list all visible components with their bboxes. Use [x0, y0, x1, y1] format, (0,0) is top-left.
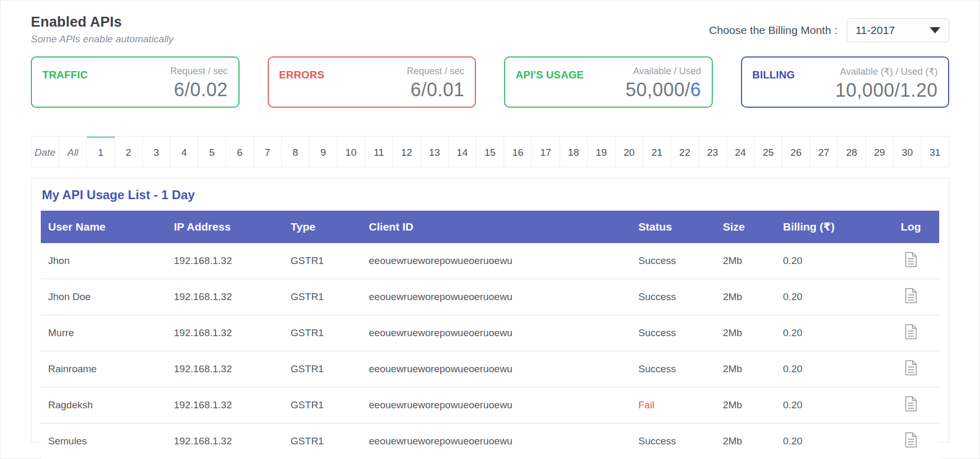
date-tab-13[interactable]: 13: [421, 136, 449, 167]
date-tab-16[interactable]: 16: [504, 136, 532, 167]
stat-card-value-part: 6: [690, 79, 701, 100]
date-tab-3[interactable]: 3: [143, 136, 170, 167]
title-block: Enabled APIs Some APIs enable automatica…: [31, 14, 174, 45]
stat-card-value: 6/0.02: [170, 79, 227, 101]
cell-user-name: Ragdeksh: [41, 387, 167, 423]
date-tab-24[interactable]: 24: [727, 136, 755, 167]
cell-user-name: Murre: [41, 315, 167, 351]
date-tab-11[interactable]: 11: [365, 136, 393, 167]
stat-card-value: 50,000/6: [625, 79, 701, 101]
cell-type: GSTR1: [283, 387, 361, 423]
date-tab-23[interactable]: 23: [699, 136, 727, 167]
date-tab-8[interactable]: 8: [282, 136, 310, 167]
cell-client-id: eeouewrueworepowueoeruoewu: [361, 351, 631, 387]
stat-card-title: TRAFFIC: [42, 69, 88, 99]
stat-card-unit: Request / sec: [407, 66, 464, 77]
cell-type: GSTR1: [283, 351, 361, 387]
stat-card-value-part: 50,000/: [625, 79, 690, 100]
billing-month-select[interactable]: 11-2017: [847, 18, 949, 42]
cell-size: 2Mb: [715, 387, 776, 423]
stat-card-readout: Available / Used50,000/6: [625, 65, 701, 99]
document-icon: [904, 324, 917, 340]
stat-card-traffic: TRAFFICRequest / sec6/0.02: [31, 56, 240, 108]
date-tab-6[interactable]: 6: [226, 136, 254, 167]
cell-client-id: eeouewrueworepowueoeruoewu: [361, 423, 631, 459]
date-tab-21[interactable]: 21: [643, 136, 671, 167]
cell-status: Fail: [631, 387, 715, 423]
column-header-status: Status: [631, 211, 715, 243]
date-tab-26[interactable]: 26: [782, 136, 810, 167]
log-icon[interactable]: [904, 324, 917, 340]
date-tab-10[interactable]: 10: [337, 136, 365, 167]
cell-type: GSTR1: [283, 279, 361, 315]
stat-card-readout: Available (₹) / Used (₹)10,000/1.20: [835, 65, 938, 99]
cell-size: 2Mb: [715, 423, 776, 459]
date-tab-22[interactable]: 22: [671, 136, 699, 167]
usage-list-heading: My API Usage List - 1 Day: [42, 188, 939, 202]
date-tab-15[interactable]: 15: [476, 136, 504, 167]
cell-user-name: Jhon: [41, 243, 167, 279]
log-icon[interactable]: [904, 251, 917, 268]
table-row: Murre192.168.1.32GSTR1eeouewrueworepowue…: [41, 315, 939, 351]
date-tab-18[interactable]: 18: [560, 136, 588, 167]
cell-billing: 0.20: [776, 387, 882, 423]
stat-card-value: 10,000/1.20: [835, 79, 938, 101]
date-tab-2[interactable]: 2: [115, 136, 143, 167]
date-tab-29[interactable]: 29: [866, 136, 894, 167]
cell-ip-address: 192.168.1.32: [167, 279, 283, 315]
date-tab-7[interactable]: 7: [254, 136, 282, 167]
date-tab-17[interactable]: 17: [532, 136, 560, 167]
cell-status: Success: [631, 243, 715, 279]
cell-client-id: eeouewrueworepowueoeruoewu: [361, 387, 631, 423]
cell-log: [883, 279, 939, 315]
date-tab-12[interactable]: 12: [393, 136, 420, 167]
log-icon[interactable]: [904, 360, 917, 376]
date-tab-4[interactable]: 4: [170, 136, 198, 167]
date-tab-30[interactable]: 30: [894, 136, 921, 167]
billing-month-value: 11-2017: [856, 24, 895, 37]
date-tab-31[interactable]: 31: [921, 136, 949, 167]
stat-card-unit: Request / sec: [170, 66, 227, 77]
date-tab-28[interactable]: 28: [838, 136, 865, 167]
log-icon[interactable]: [904, 396, 917, 412]
column-header-type: Type: [283, 211, 361, 243]
document-icon: [904, 360, 917, 376]
cell-type: GSTR1: [283, 243, 361, 279]
date-tab-9[interactable]: 9: [310, 136, 337, 167]
date-tab-5[interactable]: 5: [198, 136, 226, 167]
cell-log: [883, 387, 939, 423]
cell-billing: 0.20: [776, 279, 882, 315]
column-header-size: Size: [715, 211, 776, 243]
cell-ip-address: 192.168.1.32: [167, 351, 283, 387]
date-tab-1[interactable]: 1: [87, 136, 115, 167]
date-tab-all[interactable]: All: [59, 136, 87, 167]
top-bar: Enabled APIs Some APIs enable automatica…: [31, 14, 949, 45]
log-icon[interactable]: [904, 288, 917, 304]
chevron-down-icon: [930, 27, 940, 33]
date-tab-date[interactable]: Date: [31, 136, 59, 167]
column-header-user-name: User Name: [41, 211, 167, 243]
stat-card-value-part: 6/0.01: [411, 79, 464, 100]
date-tab-20[interactable]: 20: [616, 136, 643, 167]
document-icon: [904, 288, 917, 304]
billing-month-picker: Choose the Billing Month : 11-2017: [709, 18, 949, 42]
date-tab-bar: DateAll123456789101112131415161718192021…: [31, 136, 949, 167]
usage-list-panel: My API Usage List - 1 Day User NameIP Ad…: [31, 178, 949, 442]
stat-card-readout: Request / sec6/0.01: [407, 65, 464, 99]
usage-table-body: Jhon192.168.1.32GSTR1eeouewrueworepowueo…: [41, 243, 939, 459]
date-tab-25[interactable]: 25: [755, 136, 782, 167]
cell-ip-address: 192.168.1.32: [167, 315, 283, 351]
log-icon[interactable]: [904, 432, 917, 448]
date-tab-19[interactable]: 19: [588, 136, 616, 167]
column-header-client-id: Client ID: [361, 211, 631, 243]
cell-ip-address: 192.168.1.32: [167, 387, 283, 423]
date-tab-14[interactable]: 14: [449, 136, 476, 167]
stat-card-unit: Available (₹) / Used (₹): [835, 66, 938, 77]
document-icon: [904, 396, 917, 412]
stat-card-billing: BILLINGAvailable (₹) / Used (₹)10,000/1.…: [741, 56, 950, 108]
cell-user-name: Semules: [41, 423, 167, 459]
cell-size: 2Mb: [715, 243, 776, 279]
cell-ip-address: 192.168.1.32: [167, 423, 283, 459]
date-tab-27[interactable]: 27: [810, 136, 838, 167]
stat-card-value-part: 10,000/1.20: [835, 79, 938, 101]
